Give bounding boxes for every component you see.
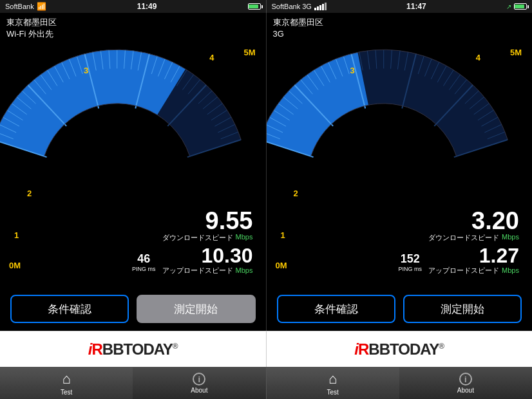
scale-4-3g: 4 [476, 53, 480, 62]
download-label-jp-wifi: ダウンロードスピード [162, 233, 233, 243]
logo-bar: iRBBTODAY® iRBBTODAY® [0, 331, 532, 367]
upload-label-jp-wifi: アップロードスピード [162, 266, 233, 275]
scale-1-wifi: 1 [14, 230, 19, 240]
download-value-wifi: 9.55 [132, 209, 252, 233]
tab-about-label-left: About [191, 387, 207, 394]
signal-bars-right [314, 3, 327, 10]
download-unit-3g: Mbps [502, 233, 519, 243]
download-unit-wifi: Mbps [236, 233, 253, 243]
location-3g: 東京都墨田区 [273, 17, 526, 28]
condition-btn-wifi[interactable]: 条件確認 [10, 295, 129, 323]
tab-test-label-right: Test [327, 389, 338, 396]
time-right: 11:47 [406, 2, 426, 11]
location-header-wifi: 東京都墨田区 Wi-Fi 外出先 [0, 13, 266, 41]
start-btn-3g[interactable]: 測定開始 [403, 295, 522, 323]
location-header-3g: 東京都墨田区 3G [267, 13, 533, 41]
scale-1-3g: 1 [281, 230, 285, 240]
gauge-canvas-3g [267, 41, 533, 183]
carrier-left: SoftBank [5, 3, 34, 10]
tab-test-left[interactable]: ⌂ Test [0, 367, 133, 399]
battery-left [248, 3, 261, 10]
tab-test-label-left: Test [61, 389, 72, 396]
network-3g: 3G [273, 28, 526, 40]
house-icon-left: ⌂ [62, 371, 70, 387]
status-bar-left: SoftBank 📶 11:49 [0, 0, 266, 13]
time-left: 11:49 [137, 2, 157, 11]
download-value-3g: 3.20 [399, 209, 519, 233]
logo-right: iRBBTODAY® [267, 331, 533, 367]
gauge-canvas-wifi [0, 41, 266, 183]
upload-value-3g: 1.27 [428, 245, 519, 266]
location-wifi: 東京都墨田区 [6, 17, 260, 28]
speedometer-3g: 0M 1 2 3 4 5M 3.20 ダウンロードスピード Mbps 152 [267, 41, 533, 288]
tab-half-left: ⌂ Test i About [0, 367, 267, 399]
upload-label-jp-3g: アップロードスピード [428, 266, 499, 275]
scale-2-3g: 2 [294, 189, 298, 198]
logo-r-right: R [358, 340, 368, 358]
house-icon-right: ⌂ [328, 371, 337, 387]
scale-0m-3g: 0M [276, 261, 287, 270]
scale-3-3g: 3 [350, 66, 355, 75]
logo-text-left: iRBBTODAY® [88, 340, 178, 358]
scale-3-wifi: 3 [84, 66, 88, 75]
wifi-icon: 📶 [37, 2, 46, 11]
speed-readings-wifi: 9.55 ダウンロードスピード Mbps 46 PING ms 10.30 [132, 209, 252, 275]
ping-value-3g: 152 [399, 252, 423, 266]
scale-5m-3g: 5M [510, 48, 522, 57]
ping-block-wifi: 46 PING ms [132, 252, 156, 272]
speedometer-wifi: 0M 1 2 3 4 5M 9.55 ダウンロードスピード Mbps 46 [0, 41, 266, 288]
button-row-3g: 条件確認 測定開始 [267, 288, 533, 331]
location-arrow-right: ↗ [506, 3, 511, 10]
logo-bb-left: BB [102, 340, 124, 358]
network-wifi: Wi-Fi 外出先 [6, 28, 260, 40]
upload-unit-3g: Mbps [502, 266, 519, 274]
tab-bar: ⌂ Test i About ⌂ Test i About [0, 367, 532, 399]
logo-reg-left: ® [173, 342, 178, 351]
status-bar-right: SoftBank 3G 11:47 ↗ [266, 0, 533, 13]
carrier-right: SoftBank 3G [272, 3, 312, 10]
logo-today-right: TODAY [390, 340, 439, 358]
scale-2-wifi: 2 [27, 189, 32, 198]
ping-label-3g: PING ms [399, 266, 423, 272]
upload-value-wifi: 10.30 [162, 245, 253, 266]
logo-text-right: iRBBTODAY® [354, 340, 444, 358]
speed-readings-3g: 3.20 ダウンロードスピード Mbps 152 PING ms 1.27 [399, 209, 519, 275]
info-icon-right: i [459, 373, 472, 385]
tab-about-label-right: About [457, 387, 474, 394]
logo-bb-right: BB [368, 340, 390, 358]
button-row-wifi: 条件確認 測定開始 [0, 288, 266, 331]
download-label-jp-3g: ダウンロードスピード [428, 233, 499, 243]
tab-about-right[interactable]: i About [399, 367, 532, 399]
logo-r-left: R [91, 340, 102, 358]
tab-half-right: ⌂ Test i About [267, 367, 533, 399]
ping-label-wifi: PING ms [132, 266, 156, 272]
ping-block-3g: 152 PING ms [399, 252, 423, 272]
start-btn-wifi[interactable]: 測定開始 [137, 295, 255, 323]
panel-wifi: 東京都墨田区 Wi-Fi 外出先 0M 1 2 3 4 5M 9.55 ダウンロ… [0, 13, 267, 331]
logo-reg-right: ® [439, 342, 444, 351]
info-icon-left: i [193, 373, 205, 385]
condition-btn-3g[interactable]: 条件確認 [277, 295, 395, 323]
scale-0m-wifi: 0M [9, 261, 21, 270]
logo-today-left: TODAY [123, 340, 172, 358]
logo-left: iRBBTODAY® [0, 331, 267, 367]
upload-unit-wifi: Mbps [236, 266, 253, 274]
panel-3g: 東京都墨田区 3G 0M 1 2 3 4 5M 3.20 ダウンロードスピード … [267, 13, 533, 331]
tab-about-left[interactable]: i About [133, 367, 265, 399]
scale-4-wifi: 4 [209, 53, 214, 62]
battery-right [514, 3, 527, 10]
scale-5m-wifi: 5M [243, 48, 255, 57]
tab-test-right[interactable]: ⌂ Test [267, 367, 399, 399]
ping-value-wifi: 46 [132, 252, 156, 266]
